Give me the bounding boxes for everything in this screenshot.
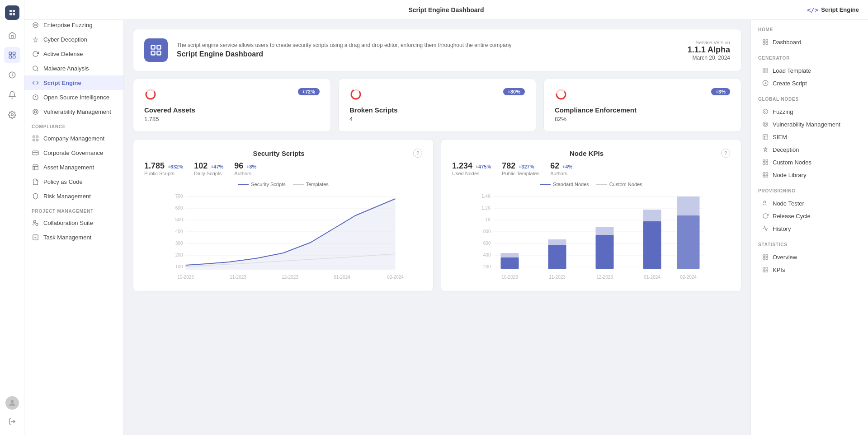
- nav-home[interactable]: [4, 27, 20, 43]
- svg-point-9: [33, 65, 37, 70]
- stat-card-broken-scripts: +80% Broken Scripts 4: [338, 79, 536, 132]
- legend-label-scripts: Security Scripts: [251, 182, 285, 187]
- rp-item-overview[interactable]: Overview: [758, 251, 861, 263]
- daily-scripts-label: Daily Scripts: [194, 171, 223, 176]
- sidebar-item-policy-as-code[interactable]: Policy as Code: [24, 174, 123, 189]
- rp-item-release-cycle[interactable]: Release Cycle: [758, 210, 861, 222]
- sidebar-item-malware-analysis[interactable]: Malware Analysis: [24, 61, 123, 75]
- nav-notifications[interactable]: [4, 87, 20, 103]
- rp-item-kpis-label: KPIs: [773, 267, 785, 273]
- asset-mgmt-icon: [32, 164, 39, 171]
- service-title: Script Engine Dashboard: [177, 50, 511, 58]
- security-scripts-header: Security Scripts ?: [144, 149, 422, 158]
- rp-item-custom-nodes[interactable]: Custom Nodes: [758, 156, 861, 168]
- service-version-date: March 20, 2024: [688, 55, 730, 61]
- public-templates-value: 782: [502, 161, 515, 170]
- rp-item-node-tester[interactable]: Node Tester: [758, 197, 861, 210]
- svg-point-5: [11, 114, 13, 116]
- stat-title-1: Covered Assets: [144, 106, 320, 114]
- rp-item-create-script[interactable]: Create Script: [758, 77, 861, 89]
- svg-text:11-2023: 11-2023: [549, 275, 566, 280]
- svg-rect-87: [766, 42, 768, 44]
- svg-rect-115: [763, 270, 765, 272]
- svg-point-13: [33, 109, 38, 114]
- rp-item-load-template-label: Load Template: [773, 67, 811, 74]
- service-card: The script engine service allows users t…: [133, 29, 741, 71]
- rp-item-siem[interactable]: SIEM: [758, 131, 861, 143]
- public-templates-delta: +327%: [519, 164, 534, 169]
- svg-rect-107: [766, 175, 768, 177]
- rp-item-vulnerability-mgmt[interactable]: Vulnerability Management: [758, 118, 861, 131]
- security-scripts-svg-wrap: 700 600 500 400 300 200 100: [144, 191, 422, 282]
- svg-text:600: 600: [483, 241, 491, 246]
- sidebar-item-label: Task Management: [43, 234, 91, 241]
- node-kpis-info[interactable]: ?: [721, 149, 730, 158]
- security-scripts-svg: 700 600 500 400 300 200 100: [144, 191, 422, 281]
- svg-rect-101: [766, 160, 768, 162]
- svg-text:100: 100: [175, 264, 183, 269]
- charts-row: Security Scripts ? 1.785 +632% Public Sc…: [133, 139, 741, 292]
- legend-templates: Templates: [293, 182, 329, 187]
- rp-item-load-template[interactable]: Load Template: [758, 64, 861, 77]
- svg-rect-110: [766, 255, 768, 257]
- rp-item-history[interactable]: History: [758, 222, 861, 235]
- svg-point-7: [33, 22, 38, 27]
- rp-item-fuzzing[interactable]: Fuzzing: [758, 105, 861, 118]
- deception-icon: [762, 146, 769, 153]
- rp-item-dashboard-label: Dashboard: [773, 39, 802, 46]
- svg-text:1.4K: 1.4K: [481, 194, 491, 199]
- svg-text:700: 700: [175, 194, 183, 199]
- svg-rect-78: [677, 196, 700, 215]
- daily-scripts-delta: +47%: [211, 164, 223, 169]
- stat-badge-1: +72%: [298, 88, 320, 95]
- nav-analytics[interactable]: [4, 67, 20, 83]
- rp-item-kpis[interactable]: KPIs: [758, 263, 861, 276]
- svg-rect-84: [763, 40, 765, 42]
- svg-rect-21: [33, 164, 38, 169]
- sidebar-item-label: Script Engine: [43, 80, 81, 86]
- sidebar-item-collaboration-suite[interactable]: Collaboration Suite: [24, 215, 123, 230]
- osi-icon: [32, 94, 39, 101]
- rp-item-node-library[interactable]: Node Library: [758, 168, 861, 181]
- svg-rect-114: [766, 267, 768, 269]
- security-scripts-legend: Security Scripts Templates: [144, 182, 422, 187]
- svg-text:11-2023: 11-2023: [230, 275, 246, 280]
- sidebar-item-company-mgmt[interactable]: Company Management: [24, 131, 123, 145]
- sidebar-item-task-mgmt[interactable]: Task Management: [24, 230, 123, 244]
- rp-section-generator: GENERATOR: [758, 56, 861, 61]
- sidebar-item-cyber-deception[interactable]: Cyber Deception: [24, 32, 123, 47]
- right-header-icon: </>: [807, 6, 818, 14]
- rp-item-release-cycle-label: Release Cycle: [773, 213, 811, 220]
- svg-rect-75: [643, 221, 661, 269]
- sidebar-item-active-defense[interactable]: Active Defense: [24, 47, 123, 61]
- nav-settings[interactable]: [4, 107, 20, 123]
- right-header-service-name: Script Engine: [821, 6, 859, 13]
- svg-text:600: 600: [175, 206, 183, 210]
- svg-text:02-2024: 02-2024: [387, 275, 404, 280]
- rp-item-history-label: History: [773, 225, 791, 232]
- node-kpis-chart-card: Node KPIs ? 1.234 +475% Used Nodes 782 +…: [441, 139, 741, 292]
- svg-rect-77: [677, 215, 700, 269]
- logout-icon[interactable]: [4, 413, 20, 430]
- policy-icon: [32, 178, 39, 185]
- stat-title-3: Compliance Enforcement: [555, 106, 730, 114]
- security-scripts-info[interactable]: ?: [413, 149, 422, 158]
- legend-dot-templates: [293, 184, 304, 185]
- sidebar-item-open-source-intel[interactable]: Open Source Intelligence: [24, 90, 123, 104]
- svg-text:1.2K: 1.2K: [481, 206, 491, 210]
- user-avatar[interactable]: [5, 396, 19, 410]
- rp-item-dashboard[interactable]: Dashboard: [758, 36, 861, 48]
- sidebar-item-vulnerability-mgmt[interactable]: Vulnerability Management: [24, 104, 123, 119]
- node-kpis-header: Node KPIs ?: [452, 149, 730, 158]
- svg-point-96: [764, 111, 766, 112]
- stat-card-compliance: +3% Compliance Enforcement 82%: [543, 79, 741, 132]
- svg-point-108: [764, 201, 766, 203]
- rp-item-deception[interactable]: Deception: [758, 143, 861, 156]
- sidebar-item-risk-mgmt[interactable]: Risk Management: [24, 189, 123, 203]
- svg-text:500: 500: [175, 217, 183, 222]
- legend-custom-nodes: Custom Nodes: [596, 182, 642, 187]
- sidebar-item-script-engine[interactable]: Script Engine: [24, 75, 123, 90]
- sidebar-item-corporate-governance[interactable]: Corporate Governance: [24, 145, 123, 160]
- nav-dashboard[interactable]: [4, 47, 20, 63]
- sidebar-item-asset-mgmt[interactable]: Asset Management: [24, 160, 123, 174]
